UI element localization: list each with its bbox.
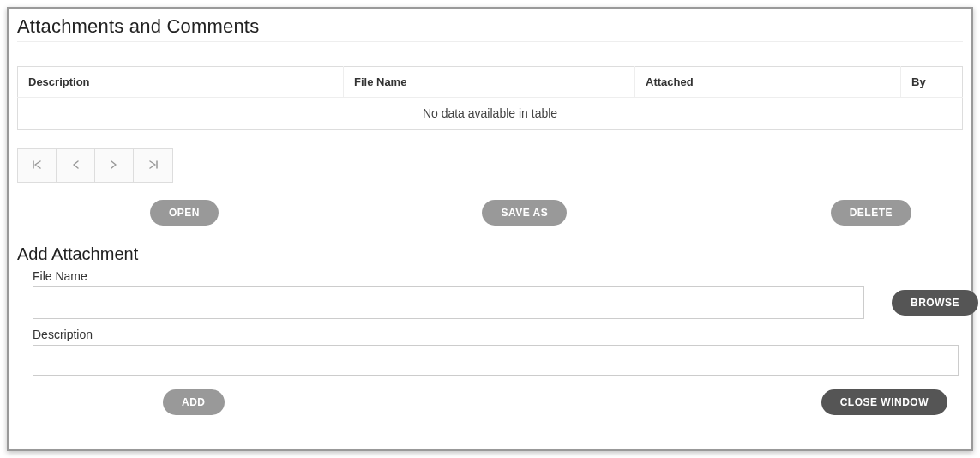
- page-first-button[interactable]: [18, 149, 57, 182]
- page-prev-icon: [71, 160, 80, 172]
- page-prev-button[interactable]: [57, 149, 95, 182]
- pagination: [17, 148, 173, 183]
- add-button[interactable]: ADD: [163, 389, 225, 415]
- description-label: Description: [33, 328, 963, 341]
- page-title: Attachments and Comments: [17, 15, 963, 38]
- col-by[interactable]: By: [901, 67, 963, 98]
- save-as-button[interactable]: SAVE AS: [482, 200, 567, 226]
- page-last-button[interactable]: [134, 149, 172, 182]
- description-input[interactable]: [33, 345, 959, 376]
- col-description[interactable]: Description: [18, 67, 344, 98]
- table-empty-message: No data available in table: [18, 98, 963, 130]
- page-last-icon: [148, 160, 159, 172]
- divider: [17, 41, 963, 42]
- close-window-button[interactable]: CLOSE WINDOW: [821, 389, 947, 415]
- col-file-name[interactable]: File Name: [344, 67, 635, 98]
- page-next-button[interactable]: [95, 149, 134, 182]
- table-header-row: Description File Name Attached By: [18, 67, 963, 98]
- open-button[interactable]: OPEN: [150, 200, 219, 226]
- file-name-label: File Name: [33, 269, 963, 283]
- page-first-icon: [32, 160, 42, 172]
- delete-button[interactable]: DELETE: [831, 200, 911, 226]
- add-attachment-title: Add Attachment: [17, 244, 963, 264]
- attachments-table: Description File Name Attached By No dat…: [17, 66, 963, 130]
- file-name-input[interactable]: [33, 286, 864, 319]
- col-attached[interactable]: Attached: [635, 67, 901, 98]
- table-empty-row: No data available in table: [18, 98, 963, 130]
- bottom-actions: ADD CLOSE WINDOW: [17, 389, 963, 415]
- dialog-frame: Attachments and Comments Description Fil…: [7, 7, 973, 451]
- description-row: [17, 345, 963, 376]
- browse-button[interactable]: BROWSE: [892, 290, 978, 316]
- page-next-icon: [110, 160, 118, 172]
- file-name-row: BROWSE: [17, 286, 963, 319]
- table-actions: OPEN SAVE AS DELETE: [17, 200, 963, 226]
